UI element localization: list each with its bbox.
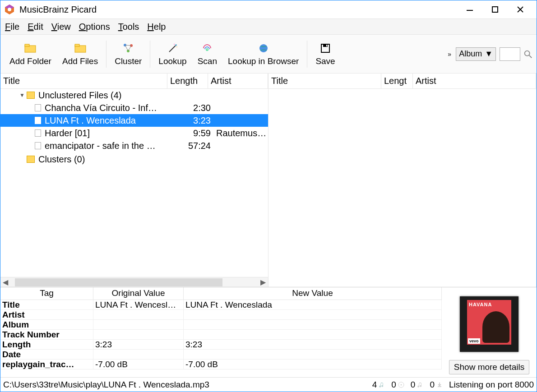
status-files-count: 4 xyxy=(372,380,385,390)
tag-new-value: -7.00 dB xyxy=(184,360,442,369)
right-tree[interactable] xyxy=(268,89,536,287)
right-col-length[interactable]: Lengt xyxy=(381,74,413,88)
right-pane: Title Lengt Artist xyxy=(268,74,537,287)
svg-point-20 xyxy=(176,46,177,47)
svg-rect-10 xyxy=(75,44,79,46)
tag-name: Title xyxy=(0,300,93,309)
svg-rect-4 xyxy=(492,7,498,12)
tag-col-new[interactable]: New Value xyxy=(184,287,442,300)
lookup-browser-button[interactable]: Lookup in Browser xyxy=(222,37,304,72)
tag-col-orig[interactable]: Original Value xyxy=(93,287,184,300)
tag-new-value: 3:23 xyxy=(184,340,442,349)
tag-row[interactable]: replaygain_trac…-7.00 dB-7.00 dB xyxy=(0,360,442,369)
left-pane: Title Length Artist ▼ Unclustered Files … xyxy=(0,74,268,287)
svg-line-27 xyxy=(529,55,532,58)
toolbar-overflow[interactable]: » xyxy=(443,51,456,58)
file-row[interactable]: LUNA Ft . Wenceslada 3:23 xyxy=(0,114,268,127)
cd-icon xyxy=(398,382,404,388)
tag-name: replaygain_trac… xyxy=(0,360,93,369)
music-file-icon xyxy=(35,117,41,124)
music-file-icon xyxy=(35,129,41,137)
menu-tools[interactable]: Tools xyxy=(118,22,139,32)
status-path: C:\Users\33tre\Music\play\LUNA Ft . Wenc… xyxy=(3,380,366,390)
tag-row[interactable]: Date xyxy=(0,350,442,360)
svg-line-17 xyxy=(169,46,176,52)
close-button[interactable] xyxy=(508,0,533,18)
show-more-details-button[interactable]: Show more details xyxy=(449,360,529,374)
tag-row[interactable]: Album xyxy=(0,320,442,330)
tag-row[interactable]: TitleLUNA Ft . Wencesl…LUNA Ft . Wencesl… xyxy=(0,300,442,310)
tag-new-value xyxy=(184,330,442,339)
tag-col-tag[interactable]: Tag xyxy=(0,287,93,300)
scroll-right-icon[interactable]: ▶ xyxy=(258,277,268,287)
scan-button[interactable]: Scan xyxy=(192,37,222,72)
collapse-icon[interactable]: ▼ xyxy=(18,92,27,98)
cluster-button[interactable]: Cluster xyxy=(109,37,147,72)
tag-row[interactable]: Artist xyxy=(0,310,442,320)
tag-name: Track Number xyxy=(0,330,93,339)
file-row[interactable]: Harder [01] 9:59 Rautemusik F xyxy=(0,127,268,139)
app-icon xyxy=(4,4,15,15)
tag-panel: Tag Original Value New Value TitleLUNA F… xyxy=(0,287,537,377)
tree-node-unclustered[interactable]: ▼ Unclustered Files (4) xyxy=(0,89,268,101)
file-row[interactable]: emancipator - safe in the … 57:24 xyxy=(0,139,268,152)
search-icon[interactable] xyxy=(523,49,533,59)
save-icon xyxy=(320,42,331,55)
menu-options[interactable]: Options xyxy=(79,22,110,32)
right-col-title[interactable]: Title xyxy=(268,74,381,88)
scroll-thumb[interactable] xyxy=(15,278,222,286)
menu-edit[interactable]: Edit xyxy=(28,22,43,32)
tag-orig-value xyxy=(93,330,184,339)
titlebar: MusicBrainz Picard xyxy=(0,0,537,18)
left-col-title[interactable]: Title xyxy=(0,74,167,88)
status-listening: Listening on port 8000 xyxy=(449,380,534,390)
tag-name: Album xyxy=(0,320,93,329)
left-col-length[interactable]: Length xyxy=(167,74,208,88)
globe-icon xyxy=(258,42,269,55)
add-folder-button[interactable]: Add Folder xyxy=(4,37,57,72)
left-hscrollbar[interactable]: ◀ ▶ xyxy=(0,277,268,287)
tag-orig-value: LUNA Ft . Wencesl… xyxy=(93,300,184,309)
wand-icon xyxy=(167,42,178,55)
folder-icon xyxy=(24,42,36,55)
tag-row[interactable]: Track Number xyxy=(0,330,442,340)
statusbar: C:\Users\33tre\Music\play\LUNA Ft . Wenc… xyxy=(0,377,537,392)
file-row[interactable]: Chancha Vía Circuito - Inf… 2:30 xyxy=(0,101,268,114)
tag-row[interactable]: Length3:233:23 xyxy=(0,340,442,350)
add-files-button[interactable]: Add Files xyxy=(57,37,103,72)
minimize-button[interactable] xyxy=(457,0,482,18)
music-note-icon xyxy=(417,382,423,388)
folder-icon xyxy=(74,42,86,55)
menu-view[interactable]: View xyxy=(51,22,71,32)
search-type-dropdown[interactable]: Album ▼ xyxy=(456,47,496,61)
lookup-button[interactable]: Lookup xyxy=(153,37,192,72)
svg-point-18 xyxy=(175,44,177,46)
folder-icon xyxy=(27,92,35,99)
maximize-button[interactable] xyxy=(482,0,508,18)
search-input[interactable] xyxy=(500,47,520,61)
status-download-count: 0 xyxy=(430,380,443,390)
tag-orig-value xyxy=(93,350,184,359)
status-matched-count: 0 xyxy=(411,380,424,390)
tag-orig-value xyxy=(93,310,184,319)
save-button[interactable]: Save xyxy=(310,37,340,72)
svg-line-16 xyxy=(128,46,131,51)
right-col-artist[interactable]: Artist xyxy=(413,74,536,88)
tree-node-clusters[interactable]: Clusters (0) xyxy=(0,153,268,166)
menu-help[interactable]: Help xyxy=(147,22,166,32)
folder-icon xyxy=(27,156,35,163)
svg-point-19 xyxy=(174,44,175,45)
window-title: MusicBrainz Picard xyxy=(19,5,457,15)
left-col-artist[interactable]: Artist xyxy=(208,74,268,88)
scroll-left-icon[interactable]: ◀ xyxy=(0,277,10,287)
tag-new-value xyxy=(184,310,442,319)
svg-point-26 xyxy=(525,51,530,55)
tag-orig-value: 3:23 xyxy=(93,340,184,349)
menubar: File Edit View Options Tools Help xyxy=(0,18,537,35)
download-icon xyxy=(436,382,443,388)
cluster-icon xyxy=(123,42,134,55)
cover-art[interactable]: HAVANA vevo xyxy=(460,296,518,352)
menu-file[interactable]: File xyxy=(5,22,19,32)
left-tree[interactable]: ▼ Unclustered Files (4) Chancha Vía Circ… xyxy=(0,89,268,277)
fingerprint-icon xyxy=(202,42,213,55)
